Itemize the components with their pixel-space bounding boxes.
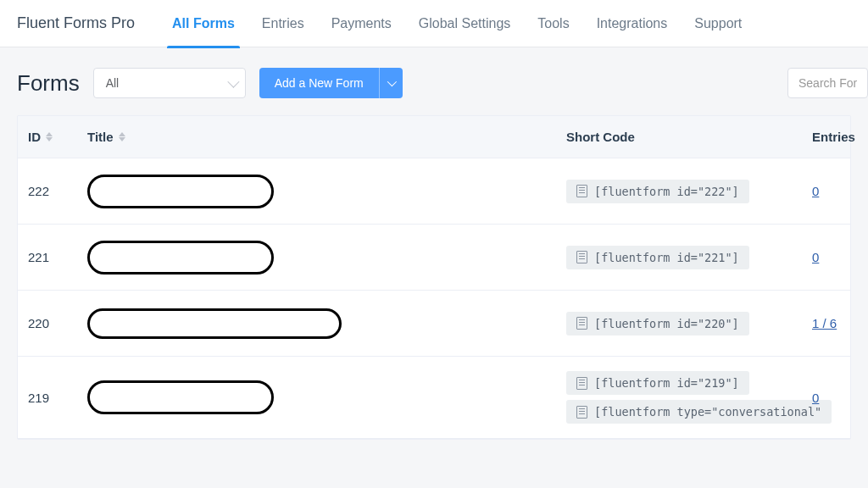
- cell-id: 222: [18, 184, 77, 198]
- shortcode-chip[interactable]: [fluentform id="221"]: [566, 246, 749, 269]
- shortcode-chip[interactable]: [fluentform id="219"]: [566, 371, 749, 395]
- search-placeholder: Search For: [798, 76, 857, 90]
- shortcode-text: [fluentform type="conversational": [594, 405, 821, 419]
- col-shortcode: Short Code: [556, 130, 802, 144]
- shortcode-chip[interactable]: [fluentform id="220"]: [566, 312, 749, 336]
- cell-id: 221: [18, 250, 77, 264]
- col-entries: Entries: [802, 130, 865, 144]
- filter-select[interactable]: All: [93, 68, 246, 98]
- shortcode-chip[interactable]: [fluentform id="222"]: [566, 180, 749, 203]
- nav-tools[interactable]: Tools: [524, 0, 582, 47]
- nav-global-settings[interactable]: Global Settings: [405, 0, 525, 47]
- copy-icon: [576, 185, 587, 197]
- nav-support[interactable]: Support: [681, 0, 755, 47]
- cell-shortcode: [fluentform id="220"]: [556, 309, 802, 338]
- cell-title[interactable]: [77, 380, 556, 414]
- add-new-form-label: Add a New Form: [259, 68, 379, 98]
- nav-payments[interactable]: Payments: [318, 0, 405, 47]
- table-header-row: ID Title Short Code Entries: [18, 116, 850, 158]
- cell-shortcode: [fluentform id="221"]: [556, 243, 802, 272]
- copy-icon: [576, 377, 587, 390]
- cell-title[interactable]: [77, 308, 556, 339]
- cell-id: 220: [18, 316, 77, 330]
- shortcode-text: [fluentform id="221"]: [594, 251, 739, 264]
- cell-entries: 0: [802, 184, 850, 198]
- table-row: 221[fluentform id="221"]0: [18, 225, 850, 291]
- cell-entries: 1 / 6: [802, 316, 850, 330]
- entries-link[interactable]: 1 / 6: [812, 316, 837, 330]
- entries-link[interactable]: 0: [812, 250, 819, 264]
- entries-link[interactable]: 0: [812, 391, 819, 405]
- nav-all-forms[interactable]: All Forms: [159, 0, 248, 47]
- chevron-down-icon: [387, 77, 397, 86]
- copy-icon: [576, 317, 587, 330]
- cell-entries: 0: [802, 250, 850, 264]
- form-title-redacted[interactable]: [87, 308, 342, 339]
- form-title-redacted[interactable]: [87, 175, 274, 208]
- page-title: Forms: [17, 70, 80, 97]
- shortcode-text: [fluentform id="220"]: [594, 317, 739, 330]
- cell-title[interactable]: [77, 241, 556, 274]
- toolbar: Forms All Add a New Form Search For: [0, 47, 868, 115]
- form-title-redacted[interactable]: [87, 241, 274, 274]
- forms-table: ID Title Short Code Entries 222[fluentfo…: [17, 115, 851, 440]
- brand: Fluent Forms Pro: [17, 14, 135, 32]
- table-row: 220[fluentform id="220"]1 / 6: [18, 291, 850, 357]
- form-title-redacted[interactable]: [87, 380, 274, 414]
- cell-shortcode: [fluentform id="219"][fluentform type="c…: [556, 369, 802, 426]
- copy-icon: [576, 406, 587, 419]
- sort-icon: [119, 132, 125, 141]
- top-nav: Fluent Forms Pro All FormsEntriesPayment…: [0, 0, 868, 47]
- cell-title[interactable]: [77, 175, 556, 208]
- col-id[interactable]: ID: [18, 130, 77, 144]
- search-input[interactable]: Search For: [787, 68, 868, 98]
- entries-link[interactable]: 0: [812, 184, 819, 198]
- filter-selected-label: All: [106, 76, 120, 90]
- shortcode-text: [fluentform id="219"]: [594, 376, 739, 390]
- col-title[interactable]: Title: [77, 130, 556, 144]
- shortcode-chip[interactable]: [fluentform type="conversational": [566, 400, 832, 424]
- chevron-down-icon: [227, 76, 239, 88]
- cell-entries: 0: [802, 391, 850, 405]
- sort-icon: [46, 132, 53, 141]
- table-row: 222[fluentform id="222"]0: [18, 158, 850, 225]
- cell-shortcode: [fluentform id="222"]: [556, 177, 802, 206]
- table-row: 219[fluentform id="219"][fluentform type…: [18, 357, 850, 439]
- add-new-form-dropdown[interactable]: [379, 68, 403, 98]
- cell-id: 219: [18, 391, 77, 405]
- shortcode-text: [fluentform id="222"]: [594, 185, 739, 198]
- add-new-form-button[interactable]: Add a New Form: [259, 68, 403, 98]
- nav-integrations[interactable]: Integrations: [583, 0, 682, 47]
- copy-icon: [576, 251, 587, 263]
- nav-entries[interactable]: Entries: [248, 0, 318, 47]
